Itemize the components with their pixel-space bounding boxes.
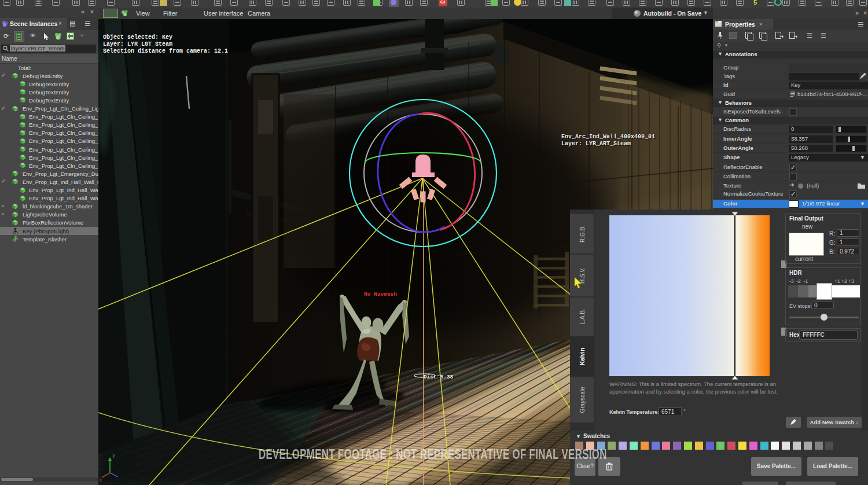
svg-text:y: y <box>112 453 116 458</box>
svg-text:x: x <box>99 477 102 483</box>
